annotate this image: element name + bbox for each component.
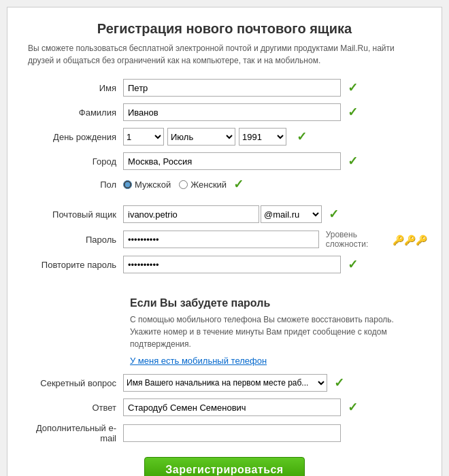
birthday-field-area: 12345 678910 1112131415 1617181920 21222… xyxy=(123,128,421,146)
birthday-row: День рождения 12345 678910 1112131415 16… xyxy=(28,128,421,146)
birthday-checkmark: ✓ xyxy=(297,129,307,144)
name-field-area: ✓ xyxy=(123,79,421,97)
register-button[interactable]: Зарегистрироваться xyxy=(144,457,304,476)
surname-input[interactable] xyxy=(123,103,341,121)
surname-field-area: ✓ xyxy=(123,103,421,121)
secret-question-field-area: Имя Вашего начальника на первом месте ра… xyxy=(123,374,421,392)
mailbox-checkmark: ✓ xyxy=(329,207,339,222)
surname-checkmark: ✓ xyxy=(348,105,358,120)
city-checkmark: ✓ xyxy=(348,154,358,169)
secret-question-row: Секретный вопрос Имя Вашего начальника н… xyxy=(28,374,421,392)
gender-checkmark: ✓ xyxy=(233,177,244,192)
gender-female-text: Женский xyxy=(190,180,227,190)
divider-2 xyxy=(28,280,421,287)
repeat-password-label: Повторите пароль xyxy=(28,260,123,270)
extra-email-row: Дополнительный e-mail xyxy=(28,423,421,443)
city-input[interactable] xyxy=(123,152,341,170)
city-label: Город xyxy=(28,156,123,167)
gender-field-area: Мужской Женский ✓ xyxy=(123,177,421,192)
key-icon-3: 🔑 xyxy=(416,235,425,244)
register-row: Зарегистрироваться xyxy=(28,457,421,476)
domain-select[interactable]: @mail.ru @inbox.ru @list.ru @bk.ru xyxy=(261,205,322,223)
page-title: Регистрация нового почтового ящика xyxy=(28,21,421,37)
name-checkmark: ✓ xyxy=(348,80,358,95)
forgot-section-title: Если Вы забудете пароль xyxy=(130,297,421,309)
repeat-password-input[interactable] xyxy=(123,256,341,273)
answer-label: Ответ xyxy=(28,403,123,413)
gender-options: Мужской Женский xyxy=(123,180,227,190)
repeat-password-field-area: ✓ xyxy=(123,256,421,273)
gender-female-radio[interactable] xyxy=(179,180,188,189)
password-row: Пароль Уровень сложности: 🔑 🔑 🔑 xyxy=(28,230,421,249)
secret-question-label: Секретный вопрос xyxy=(28,378,123,388)
mailbox-input[interactable] xyxy=(123,205,259,223)
name-label: Имя xyxy=(28,83,123,93)
birthday-day-select[interactable]: 12345 678910 1112131415 1617181920 21222… xyxy=(123,128,164,146)
birthday-label: День рождения xyxy=(28,132,123,142)
subtitle: Вы сможете пользоваться бесплатной элект… xyxy=(28,42,421,67)
key-icon-1: 🔑 xyxy=(393,235,402,244)
birthday-month-select[interactable]: ЯнварьФевральМартАпрель МайИюньИюльАвгус… xyxy=(167,128,235,146)
gender-male-text: Мужской xyxy=(135,180,171,190)
gender-male-label[interactable]: Мужской xyxy=(123,180,171,190)
divider-1 xyxy=(28,199,421,205)
mailbox-row: Почтовый ящик @mail.ru @inbox.ru @list.r… xyxy=(28,205,421,223)
gender-male-radio[interactable] xyxy=(123,180,132,189)
password-label: Пароль xyxy=(28,235,123,245)
password-strength-area: Уровень сложности: 🔑 🔑 🔑 xyxy=(326,230,425,249)
mailbox-field-area: @mail.ru @inbox.ru @list.ru @bk.ru ✓ xyxy=(123,205,421,223)
secret-question-select[interactable]: Имя Вашего начальника на первом месте ра… xyxy=(123,374,327,392)
answer-checkmark: ✓ xyxy=(348,400,358,415)
mobile-link[interactable]: У меня есть мобильный телефон xyxy=(130,356,421,366)
answer-field-area: ✓ xyxy=(123,398,421,416)
surname-row: Фамилия ✓ xyxy=(28,103,421,121)
secret-question-checkmark: ✓ xyxy=(334,375,344,390)
repeat-password-checkmark: ✓ xyxy=(348,257,358,272)
birthday-year-select[interactable]: 2010200920082007200620052004200320022001… xyxy=(239,128,286,146)
city-field-area: ✓ xyxy=(123,152,421,170)
repeat-password-row: Повторите пароль ✓ xyxy=(28,256,421,273)
gender-female-label[interactable]: Женский xyxy=(179,180,227,190)
name-input[interactable] xyxy=(123,79,341,97)
extra-email-input[interactable] xyxy=(123,424,341,442)
key-icon-2: 🔑 xyxy=(404,235,414,244)
gender-label: Пол xyxy=(28,180,123,190)
answer-row: Ответ ✓ xyxy=(28,398,421,416)
password-input[interactable] xyxy=(123,231,319,248)
answer-input[interactable] xyxy=(123,398,341,416)
surname-label: Фамилия xyxy=(28,107,123,118)
strength-label: Уровень сложности: xyxy=(326,230,390,249)
extra-email-label: Дополнительный e-mail xyxy=(28,423,123,443)
extra-email-field-area xyxy=(123,424,421,442)
name-row: Имя ✓ xyxy=(28,79,421,97)
registration-container: Регистрация нового почтового ящика Вы см… xyxy=(7,7,442,476)
mailbox-label: Почтовый ящик xyxy=(28,209,123,220)
forgot-section-desc: С помощью мобильного телефона Вы сможете… xyxy=(130,313,421,350)
gender-row: Пол Мужской Женский ✓ xyxy=(28,177,421,192)
password-field-area: Уровень сложности: 🔑 🔑 🔑 xyxy=(123,230,425,249)
city-row: Город ✓ xyxy=(28,152,421,170)
